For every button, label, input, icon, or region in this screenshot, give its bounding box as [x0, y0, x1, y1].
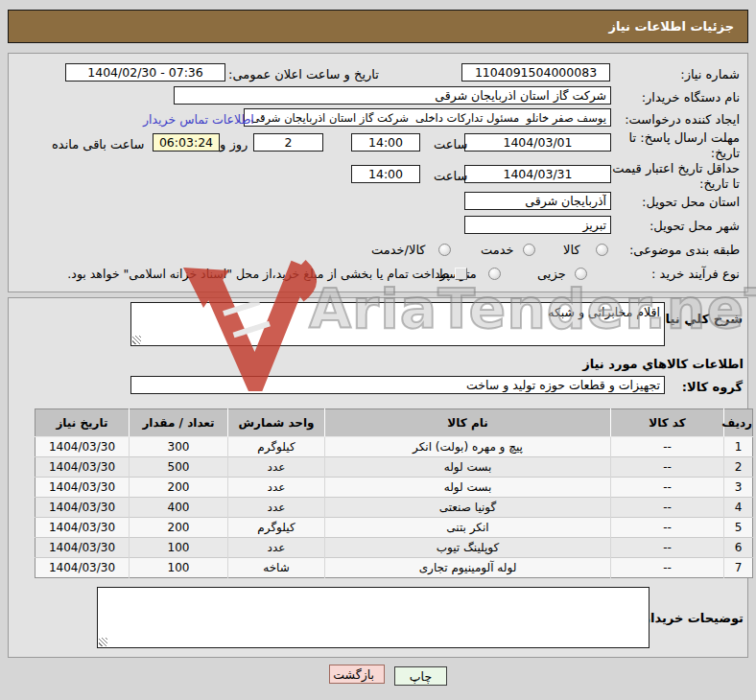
page-title: جزئیات اطلاعات نیاز: [608, 19, 734, 34]
deadline-time-input[interactable]: [351, 133, 420, 152]
cell-unit: کیلوگرم: [228, 437, 325, 457]
goods-table-body: 1 -- پیچ و مهره (بولت) انکر کیلوگرم 300 …: [35, 437, 753, 578]
response-deadline-label: مهلت ارسال پاسخ: تا تاریخ:: [613, 130, 740, 162]
days-and-label: روز و: [220, 137, 248, 152]
col-qty: تعداد / مقدار: [130, 409, 228, 437]
process-minor-radio[interactable]: [575, 268, 587, 280]
days-remaining-input[interactable]: [253, 133, 323, 152]
classification-service-option-label: خدمت: [481, 243, 514, 257]
cell-code: --: [611, 437, 724, 457]
validity-time-input[interactable]: [351, 165, 420, 183]
process-medium-radio[interactable]: [488, 268, 501, 280]
required-goods-heading: اطلاعات کالاهاي مورد نیاز: [582, 357, 744, 371]
cell-code: --: [611, 538, 724, 558]
table-row: 5 -- انکر بتنی کیلوگرم 200 1404/03/30: [35, 518, 753, 538]
cell-unit: عدد: [228, 498, 325, 518]
need-number-input[interactable]: [461, 63, 610, 82]
cell-code: --: [611, 498, 724, 518]
col-name: نام کالا: [325, 409, 611, 437]
cell-date: 1404/03/30: [35, 457, 130, 478]
cell-code: --: [611, 478, 724, 498]
table-row: 7 -- لوله آلومینیوم تجاری شاخه 100 1404/…: [35, 558, 753, 578]
table-row: 1 -- پیچ و مهره (بولت) انکر کیلوگرم 300 …: [35, 437, 753, 457]
print-button[interactable]: چاپ: [394, 666, 447, 686]
deadline-date-input[interactable]: [464, 133, 611, 152]
deadline-hour-label: ساعت: [434, 137, 467, 152]
cell-name: پیچ و مهره (بولت) انکر: [325, 437, 611, 457]
cell-date: 1404/03/30: [35, 437, 130, 457]
cell-qty: 200: [130, 518, 228, 538]
request-creator-label: ایجاد کننده درخواست:: [625, 112, 740, 127]
need-number-label: شماره نیاز:: [680, 67, 740, 82]
request-creator-input[interactable]: [244, 108, 611, 127]
cell-date: 1404/03/30: [35, 498, 130, 518]
buyer-notes-label: توضیحات خریدار:: [638, 611, 744, 625]
classification-goods-service-radio[interactable]: [438, 244, 451, 256]
cell-qty: 100: [130, 558, 228, 578]
process-minor-option-label: جزیی: [537, 267, 566, 281]
buyer-name-label: نام دستگاه خریدار:: [642, 90, 740, 105]
need-info-panel: شماره نیاز: تاریخ و ساعت اعلان عمومی: نا…: [8, 53, 748, 292]
process-type-label: نوع فرآیند خرید :: [651, 267, 740, 281]
cell-qty: 200: [130, 478, 228, 498]
cell-unit: عدد: [228, 478, 325, 498]
announce-datetime-input[interactable]: [65, 63, 225, 82]
buyer-contact-link[interactable]: اطلاعات تماس خریدار: [143, 112, 254, 127]
cell-qty: 100: [130, 538, 228, 558]
cell-row: 4: [724, 498, 753, 518]
validity-hour-label: ساعت: [434, 169, 467, 183]
back-button[interactable]: بازگشت: [329, 665, 385, 684]
treasury-payment-checkbox[interactable]: [455, 268, 467, 280]
classification-label: طبقه بندی موضوعی:: [629, 243, 740, 257]
cell-row: 5: [724, 518, 753, 538]
cell-date: 1404/03/30: [35, 518, 130, 538]
general-description-label: شرح کلي نیاز:: [653, 312, 743, 326]
cell-row: 6: [724, 538, 753, 558]
buyer-notes-textarea[interactable]: [97, 587, 650, 648]
cell-row: 1: [724, 437, 753, 457]
cell-unit: عدد: [228, 457, 325, 478]
cell-name: انکر بتنی: [325, 518, 611, 538]
classification-goods-option-label: کالا: [563, 243, 580, 257]
treasury-payment-checkbox-label: پرداخت تمام یا بخشی از مبلغ خرید،از محل …: [74, 267, 450, 281]
price-validity-label: حداقل تاریخ اعتبار قیمت: تا تاریخ:: [605, 161, 740, 193]
buyer-name-input[interactable]: [174, 86, 611, 105]
goods-group-input[interactable]: [130, 376, 665, 394]
cell-date: 1404/03/30: [35, 478, 130, 498]
classification-service-radio[interactable]: [523, 244, 535, 256]
table-row: 3 -- بست لوله عدد 200 1404/03/30: [35, 478, 753, 498]
hours-remaining-label: ساعت باقی مانده: [52, 137, 144, 152]
cell-code: --: [611, 457, 724, 478]
table-row: 4 -- گونیا صنعتی عدد 400 1404/03/30: [35, 498, 753, 518]
countdown-input[interactable]: [153, 133, 220, 152]
goods-group-label: گروه کالا:: [682, 380, 743, 394]
cell-row: 7: [724, 558, 753, 578]
delivery-province-label: استان محل تحویل:: [642, 195, 740, 209]
goods-info-panel: شرح کلي نیاز: اقلام مخابراتی و شبکه اطلا…: [8, 297, 748, 658]
cell-code: --: [611, 518, 724, 538]
delivery-city-label: شهر محل تحویل:: [650, 219, 740, 233]
cell-date: 1404/03/30: [35, 538, 130, 558]
cell-row: 3: [724, 478, 753, 498]
col-unit: واحد شمارش: [228, 409, 325, 437]
goods-table-header: ردیف کد کالا نام کالا واحد شمارش تعداد /…: [35, 409, 753, 437]
classification-goods-service-option-label: کالا/خدمت: [371, 243, 426, 257]
cell-row: 2: [724, 457, 753, 478]
delivery-province-input[interactable]: [464, 192, 611, 210]
goods-table: ردیف کد کالا نام کالا واحد شمارش تعداد /…: [35, 408, 753, 578]
cell-name: لوله آلومینیوم تجاری: [325, 558, 611, 578]
table-row: 6 -- کوپلینگ تیوب عدد 100 1404/03/30: [35, 538, 753, 558]
cell-unit: کیلوگرم: [228, 518, 325, 538]
cell-date: 1404/03/30: [35, 558, 130, 578]
general-description-textarea[interactable]: اقلام مخابراتی و شبکه: [130, 302, 665, 346]
delivery-city-input[interactable]: [464, 216, 611, 234]
classification-goods-radio[interactable]: [596, 244, 608, 256]
cell-unit: شاخه: [228, 558, 325, 578]
cell-name: بست لوله: [325, 457, 611, 478]
cell-name: بست لوله: [325, 478, 611, 498]
cell-code: --: [611, 558, 724, 578]
cell-name: گونیا صنعتی: [325, 498, 611, 518]
cell-unit: عدد: [228, 538, 325, 558]
validity-date-input[interactable]: [464, 165, 611, 183]
col-row: ردیف: [724, 409, 753, 437]
